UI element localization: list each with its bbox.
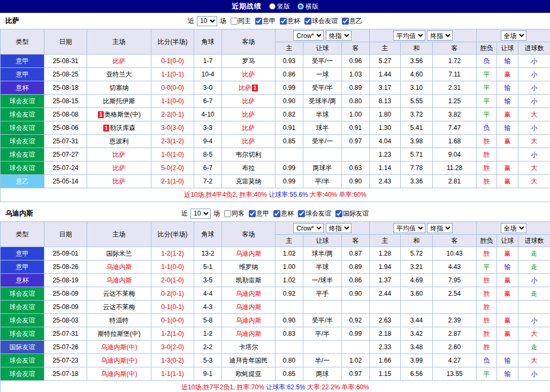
- section-header-band: 比萨 近 10 场 同主 意甲 意杯 球会友谊 意乙: [0, 13, 550, 29]
- team-name[interactable]: 乌迪内斯(中): [101, 343, 138, 351]
- team-name[interactable]: 比萨: [242, 97, 255, 105]
- team-name[interactable]: 罗马: [242, 57, 255, 65]
- team-name[interactable]: 比斯托伊斯: [103, 97, 135, 105]
- layout-option-vertical[interactable]: 竖版: [269, 2, 290, 11]
- team-name[interactable]: 韦尔切利: [236, 151, 262, 158]
- odds-stage-select[interactable]: 终指: [326, 30, 352, 41]
- team-name[interactable]: 比萨: [239, 84, 251, 91]
- team-name[interactable]: 维罗纳: [239, 263, 258, 271]
- serie-a-checkbox[interactable]: [255, 18, 262, 25]
- coppa-italia-checkbox[interactable]: [280, 18, 287, 25]
- serie-a-checkbox[interactable]: [249, 210, 256, 217]
- team-name[interactable]: 乌迪内斯: [236, 290, 262, 297]
- team-name[interactable]: 迪拜青年国民: [230, 357, 268, 364]
- avg-stage-select[interactable]: 终指: [427, 30, 453, 41]
- team-name[interactable]: 乌迪内斯: [236, 250, 262, 257]
- team-name[interactable]: 乌迪内斯(中): [101, 357, 138, 364]
- handicap-odds-cell: 0.92: [276, 287, 303, 301]
- odds-company-select[interactable]: Crow*: [293, 223, 324, 233]
- average-odds-cell: 3.48: [401, 341, 433, 354]
- match-date-cell: 25-07-23: [44, 354, 87, 367]
- filter-coppa-italia[interactable]: 意杯: [273, 209, 294, 218]
- filter-same-home[interactable]: 同主: [231, 17, 251, 26]
- home-team-cell: 恩波利: [87, 135, 151, 148]
- away-team-cell: 韦尔切利: [222, 148, 276, 162]
- team-name[interactable]: 乌迪内斯: [236, 303, 262, 311]
- layout-option-horizontal[interactable]: 横版: [297, 2, 318, 11]
- team-name[interactable]: 云达不莱梅: [103, 290, 135, 297]
- team-name[interactable]: 乌迪内斯: [106, 263, 132, 271]
- team-name[interactable]: 比萨: [113, 178, 126, 185]
- team-name[interactable]: 亚特兰大: [106, 71, 132, 78]
- team-name[interactable]: 国际米兰: [106, 250, 132, 257]
- intl-friendly-checkbox[interactable]: [335, 210, 342, 217]
- home-team-cell: 乌迪内斯: [87, 274, 151, 287]
- filter-serie-a[interactable]: 意甲: [249, 209, 269, 218]
- score-cell: 2-1(1-0): [151, 175, 194, 188]
- filter-club-friendly[interactable]: 球会友谊: [298, 209, 331, 218]
- filter-same-away[interactable]: 同客: [224, 209, 245, 218]
- team-name[interactable]: 乌迪内斯(中): [101, 370, 138, 378]
- team-name[interactable]: 切塞纳: [110, 84, 129, 91]
- team-name[interactable]: 比萨: [242, 124, 255, 132]
- result-cell: 大: [518, 327, 550, 341]
- team-name[interactable]: 特温特: [110, 317, 129, 324]
- same-home-checkbox[interactable]: [231, 18, 238, 25]
- col-header-away: 客场: [222, 29, 276, 55]
- team-name[interactable]: 比萨: [113, 151, 126, 158]
- team-name[interactable]: 布拉: [242, 164, 255, 172]
- handicap-odds-cell: 0.86: [276, 68, 303, 81]
- same-away-checkbox[interactable]: [224, 210, 231, 217]
- match-date-cell: 25-09-01: [44, 247, 87, 260]
- match-row: 球会友谊25-07-18乌迪内斯(中)1-1(1-1)9-1欧蚝提亚0.85两球…: [1, 367, 550, 381]
- filter-serie-b[interactable]: 意乙: [342, 17, 362, 26]
- team-name[interactable]: 恩波利: [110, 137, 129, 145]
- coppa-italia-checkbox[interactable]: [273, 210, 280, 217]
- team-name[interactable]: 奥格斯堡(中): [104, 111, 141, 118]
- horizontal-layout-radio[interactable]: [297, 3, 304, 10]
- team-name[interactable]: 卡塔尔: [239, 343, 258, 351]
- team-name[interactable]: 克雷莫纳: [236, 178, 262, 185]
- checkbox-label: 国际友谊: [343, 209, 369, 218]
- team-name[interactable]: 乌迪内斯: [236, 330, 262, 337]
- team-name[interactable]: 乌迪内斯: [236, 317, 262, 324]
- league-type-cell: 球会友谊: [1, 162, 44, 175]
- match-date-cell: 25-08-25: [44, 68, 87, 81]
- scope-select[interactable]: 全场: [501, 223, 526, 233]
- team-name[interactable]: 勒沃库森: [110, 124, 135, 132]
- team-name[interactable]: 比萨: [113, 57, 126, 65]
- filter-coppa-italia[interactable]: 意杯: [280, 17, 300, 26]
- team-name[interactable]: 比萨: [242, 71, 255, 78]
- club-friendly-checkbox[interactable]: [304, 18, 311, 25]
- filter-club-friendly[interactable]: 球会友谊: [304, 17, 338, 26]
- corners-cell: 5-1: [194, 260, 222, 274]
- match-count-select[interactable]: 10: [190, 209, 211, 219]
- sub-col-handicap: 让球: [303, 235, 342, 247]
- filter-intl-friendly[interactable]: 国际友谊: [335, 209, 369, 218]
- serie-b-checkbox[interactable]: [342, 18, 349, 25]
- club-friendly-checkbox[interactable]: [298, 210, 305, 217]
- corners-cell: 5-8: [194, 314, 222, 327]
- scope-select[interactable]: 全场: [501, 30, 526, 41]
- team-name[interactable]: 乌迪内斯: [106, 276, 132, 284]
- team-name[interactable]: 欧蚝提亚: [236, 370, 262, 378]
- team-name[interactable]: 斯特拉斯堡(中): [98, 330, 141, 337]
- team-name[interactable]: 比萨: [242, 137, 255, 145]
- corners-cell: 2-2: [194, 341, 222, 354]
- odds-company-select[interactable]: Crow*: [293, 30, 324, 41]
- checkbox-label: 意杯: [281, 209, 294, 218]
- away-team-cell: 卡塔尔: [222, 341, 276, 354]
- vertical-layout-radio[interactable]: [269, 3, 276, 10]
- filter-serie-a[interactable]: 意甲: [255, 17, 276, 26]
- team-name[interactable]: 云达不莱梅: [103, 303, 135, 311]
- team-name[interactable]: 凯勒雷斯: [236, 276, 262, 284]
- match-count-select[interactable]: 10: [197, 16, 217, 26]
- team-name[interactable]: 比萨: [113, 164, 126, 172]
- avg-type-select[interactable]: 平均值: [393, 30, 425, 41]
- odds-stage-select[interactable]: 终指: [326, 223, 352, 233]
- result-cell: 平: [477, 260, 497, 274]
- avg-stage-select[interactable]: 终指: [427, 223, 453, 233]
- team-name[interactable]: 比萨: [242, 111, 255, 118]
- avg-type-select[interactable]: 平均值: [393, 223, 425, 233]
- league-type-cell: 意杯: [1, 81, 44, 95]
